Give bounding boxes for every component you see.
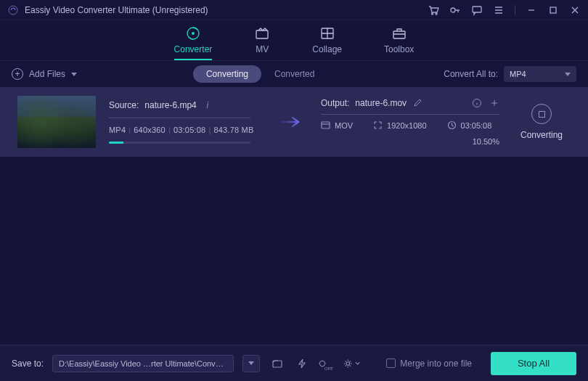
- mv-icon: [254, 25, 270, 41]
- close-icon[interactable]: [569, 4, 581, 16]
- svg-point-16: [346, 361, 350, 365]
- cart-icon[interactable]: [428, 4, 439, 16]
- svg-point-1: [432, 13, 433, 15]
- toolbox-icon: [391, 25, 407, 41]
- main-nav: Converter MV Collage Toolbox: [0, 20, 588, 61]
- gpu-toggle-button[interactable]: OFF: [318, 355, 335, 372]
- svg-rect-8: [256, 30, 268, 38]
- output-prefix: Output:: [321, 98, 349, 108]
- progress-fill: [109, 142, 123, 144]
- src-resolution: 640x360: [134, 126, 166, 134]
- out-resolution: 1920x1080: [387, 121, 426, 130]
- arrow-icon: [274, 115, 308, 129]
- stop-task-button[interactable]: [531, 104, 552, 124]
- flash-button[interactable]: [293, 355, 311, 372]
- info-icon[interactable]: i: [203, 100, 213, 110]
- stop-icon: [539, 111, 545, 118]
- titlebar-left: Eassiy Video Converter Ultimate (Unregis…: [7, 4, 208, 16]
- tab-mv[interactable]: MV: [254, 25, 270, 60]
- task-list: Source: nature-6.mp4 i MP4|640x360|03:05…: [0, 87, 588, 157]
- svg-point-3: [451, 8, 455, 12]
- output-column: Output: nature-6.mov MOV 1920x1080: [321, 98, 499, 146]
- svg-point-2: [436, 13, 437, 15]
- out-format: MOV: [335, 121, 353, 130]
- save-path-value: D:\Eassiy\Eassiy Video …rter Ultimate\Co…: [59, 359, 227, 368]
- save-path-dropdown[interactable]: [242, 355, 260, 372]
- seg-converted-button[interactable]: Converted: [261, 65, 327, 83]
- svg-rect-5: [550, 7, 556, 13]
- key-icon[interactable]: [449, 4, 461, 16]
- titlebar: Eassiy Video Converter Ultimate (Unregis…: [0, 0, 588, 20]
- out-resolution-spec: 1920x1080: [373, 120, 426, 130]
- tab-toolbox[interactable]: Toolbox: [384, 25, 414, 60]
- add-files-label: Add Files: [29, 69, 65, 79]
- output-format-select[interactable]: MP4: [504, 66, 576, 82]
- svg-rect-12: [322, 122, 330, 128]
- svg-point-0: [9, 6, 17, 15]
- out-duration-spec: 03:05:08: [447, 120, 492, 130]
- svg-point-7: [192, 32, 195, 35]
- plus-icon: +: [12, 68, 23, 80]
- convert-all-control: Convert All to: MP4: [444, 66, 576, 82]
- add-files-button[interactable]: + Add Files: [12, 68, 77, 80]
- source-filename: nature-6.mp4: [144, 100, 196, 110]
- tab-label: MV: [256, 44, 269, 54]
- stop-all-button[interactable]: Stop All: [491, 352, 576, 375]
- menu-icon[interactable]: [493, 4, 505, 16]
- seg-converting-button[interactable]: Converting: [193, 65, 261, 83]
- merge-checkbox[interactable]: Merge into one file: [386, 359, 472, 369]
- minimize-icon[interactable]: [526, 4, 537, 16]
- source-column: Source: nature-6.mp4 i MP4|640x360|03:05…: [109, 100, 261, 144]
- source-meta: MP4|640x360|03:05:08|843.78 MB: [109, 126, 261, 134]
- empty-area: [0, 157, 588, 345]
- divider: [321, 114, 499, 115]
- svg-rect-10: [393, 31, 405, 38]
- out-format-spec: MOV: [321, 120, 353, 130]
- saveto-label: Save to:: [12, 359, 44, 369]
- bottombar: Save to: D:\Eassiy\Eassiy Video …rter Ul…: [0, 345, 588, 381]
- checkbox-icon: [386, 359, 396, 368]
- output-specs: MOV 1920x1080 03:05:08: [321, 120, 499, 130]
- task-action: Converting: [513, 104, 571, 140]
- src-format: MP4: [109, 126, 126, 134]
- output-line: Output: nature-6.mov: [321, 98, 499, 108]
- maximize-icon[interactable]: [547, 4, 559, 16]
- feedback-icon[interactable]: [471, 4, 483, 16]
- task-row: Source: nature-6.mp4 i MP4|640x360|03:05…: [0, 87, 588, 157]
- select-value: MP4: [510, 70, 526, 78]
- video-thumbnail[interactable]: [17, 96, 96, 148]
- bottom-tool-icons: OFF: [269, 355, 360, 372]
- plus-icon[interactable]: [489, 98, 499, 108]
- open-folder-button[interactable]: [269, 355, 286, 372]
- convert-all-label: Convert All to:: [444, 69, 498, 79]
- divider: [515, 5, 515, 15]
- collage-icon: [319, 25, 335, 41]
- status-segment: Converting Converted: [193, 65, 327, 83]
- tab-converter[interactable]: Converter: [174, 25, 213, 60]
- source-prefix: Source:: [109, 100, 139, 110]
- titlebar-right: [428, 4, 581, 16]
- out-duration: 03:05:08: [461, 121, 492, 130]
- window-title: Eassiy Video Converter Ultimate (Unregis…: [25, 5, 208, 15]
- edit-icon[interactable]: [412, 98, 422, 108]
- tab-label: Toolbox: [384, 44, 414, 54]
- toolbar: + Add Files Converting Converted Convert…: [0, 61, 588, 87]
- output-filename: nature-6.mov: [355, 98, 407, 108]
- save-path-input[interactable]: D:\Eassiy\Eassiy Video …rter Ultimate\Co…: [52, 355, 234, 372]
- chevron-down-icon: [248, 361, 254, 365]
- progress-percent: 10.50%: [321, 137, 499, 146]
- tab-label: Converter: [174, 44, 213, 54]
- source-line: Source: nature-6.mp4 i: [109, 100, 261, 110]
- task-status-label: Converting: [520, 130, 563, 140]
- tab-collage[interactable]: Collage: [312, 25, 342, 60]
- progress-bar: [109, 142, 250, 144]
- chevron-down-icon: [565, 73, 571, 76]
- output-actions: [472, 98, 499, 108]
- info-circle-icon[interactable]: [472, 98, 482, 108]
- src-duration: 03:05:08: [173, 126, 205, 134]
- src-size: 843.78 MB: [213, 126, 253, 134]
- settings-button[interactable]: [343, 355, 360, 372]
- chevron-down-icon: [71, 73, 77, 76]
- app-logo-icon: [7, 4, 19, 16]
- divider: [109, 118, 250, 118]
